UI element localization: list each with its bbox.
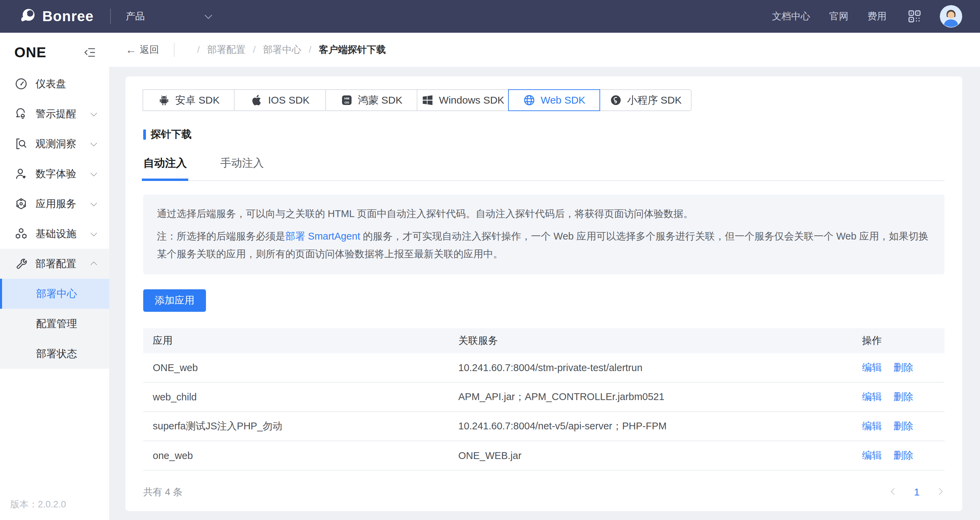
topbar-link[interactable]: 费用: [867, 10, 886, 23]
row-actions: 编辑 删除: [862, 361, 945, 374]
breadcrumb-item: / 部署配置: [189, 43, 245, 56]
sidebar-subitem[interactable]: 配置管理: [0, 309, 109, 339]
row-actions: 编辑 删除: [862, 449, 945, 462]
sdk-tab[interactable]: 安卓 SDK: [143, 89, 235, 111]
breadcrumb-separator: /: [253, 44, 256, 55]
delete-link[interactable]: 删除: [893, 420, 913, 431]
sidebar-item[interactable]: 警示提醒: [0, 99, 109, 129]
prev-page-button[interactable]: [892, 489, 897, 495]
section-header: 探针下载: [143, 127, 945, 141]
breadcrumb-label[interactable]: 部署中心: [263, 43, 301, 56]
service-cell: ONE_WEB.jar: [458, 450, 862, 461]
breadcrumb-bar: ← 返回 / 部署配置 / 部署中心 / 客户端探针下载: [109, 33, 980, 67]
sidebar-item-label: 警示提醒: [35, 107, 84, 121]
app-name-cell: superfa测试JS注入PHP_勿动: [143, 420, 458, 433]
injection-tab-label: 自动注入: [143, 157, 187, 169]
back-label: 返回: [140, 43, 159, 56]
injection-tab-group: 自动注入 手动注入: [143, 156, 945, 181]
apps-grid-icon[interactable]: [907, 9, 922, 24]
sdk-tab[interactable]: IOS SDK: [234, 89, 326, 111]
service-cell: 10.241.60.7:8004/stm-private-test/alertr…: [458, 362, 862, 374]
description-text: 通过选择后端服务，可以向与之关联的 HTML 页面中自动注入探针代码。自动注入探…: [157, 205, 931, 222]
description-box: 通过选择后端服务，可以向与之关联的 HTML 页面中自动注入探针代码。自动注入探…: [143, 195, 945, 274]
back-button[interactable]: ← 返回: [126, 43, 159, 56]
sdk-tab-icon: [250, 94, 263, 107]
delete-link[interactable]: 删除: [893, 391, 913, 402]
app-table: 应用 关联服务 操作 ONE_web 10.241.60.7:8004/stm-…: [143, 328, 945, 471]
edit-link[interactable]: 编辑: [862, 391, 882, 402]
page-number[interactable]: 1: [914, 486, 920, 498]
sidebar-item[interactable]: 基础设施: [0, 219, 109, 249]
sdk-tab-label: 安卓 SDK: [175, 94, 220, 107]
next-page-button[interactable]: [937, 489, 942, 495]
sidebar-item-icon: [14, 227, 28, 241]
sidebar-item-icon: [14, 167, 28, 181]
edit-link[interactable]: 编辑: [862, 450, 882, 461]
sidebar-item-deploy-config[interactable]: 部署配置: [0, 249, 109, 279]
sidebar-subitem-label: 部署中心: [36, 288, 77, 299]
chevron-down-icon: [91, 110, 97, 117]
delete-link[interactable]: 删除: [893, 450, 913, 461]
breadcrumb-label[interactable]: 部署配置: [207, 43, 245, 56]
sdk-tab[interactable]: Web SDK: [508, 89, 600, 111]
sidebar-subitem[interactable]: 部署状态: [0, 339, 109, 369]
sdk-tab-icon: HMOS: [340, 94, 353, 107]
sidebar-item-label: 基础设施: [35, 227, 84, 241]
sidebar-item[interactable]: 应用服务: [0, 189, 109, 219]
sidebar-subitem-label: 配置管理: [36, 318, 77, 329]
sidebar-item-label: 观测洞察: [35, 137, 84, 151]
table-row: web_child APM_API.jar；APM_CONTROLLEr.jar…: [143, 383, 945, 412]
sdk-tab-label: IOS SDK: [268, 94, 310, 106]
breadcrumb: / 部署配置 / 部署中心 / 客户端探针下载: [189, 43, 386, 56]
table-body: ONE_web 10.241.60.7:8004/stm-private-tes…: [143, 354, 945, 471]
sdk-tab[interactable]: HMOS 鸿蒙 SDK: [325, 89, 417, 111]
chevron-down-icon: [91, 200, 97, 206]
delete-link[interactable]: 删除: [893, 362, 913, 373]
menu-fold-icon[interactable]: [83, 46, 96, 59]
section-accent-bar: [143, 130, 146, 140]
topbar-link[interactable]: 官网: [829, 10, 848, 23]
svg-text:OS: OS: [344, 100, 349, 104]
sidebar-item-label: 部署配置: [35, 257, 84, 271]
arrow-left-icon: ←: [126, 44, 137, 55]
edit-link[interactable]: 编辑: [862, 362, 882, 373]
sdk-tab[interactable]: Windows SDK: [417, 89, 509, 111]
sidebar-item[interactable]: 观测洞察: [0, 129, 109, 159]
sidebar-item-icon: [14, 137, 28, 151]
add-app-button[interactable]: 添加应用: [143, 289, 206, 312]
sdk-tab[interactable]: 小程序 SDK: [600, 89, 692, 111]
sdk-tab-icon: [609, 94, 622, 107]
service-cell: APM_API.jar；APM_CONTROLLEr.jarbm0521: [458, 390, 862, 404]
breadcrumb-label[interactable]: 客户端探针下载: [319, 43, 386, 56]
row-actions: 编辑 删除: [862, 420, 945, 433]
wrench-icon: [14, 257, 28, 271]
sidebar-subitem-label: 部署状态: [36, 348, 77, 359]
column-header-service: 关联服务: [458, 334, 862, 347]
sidebar-item-icon: [14, 77, 28, 90]
product-dropdown[interactable]: 产品: [126, 10, 211, 23]
brand-name: Bonree: [42, 8, 94, 25]
avatar[interactable]: [940, 5, 962, 28]
table-row: superfa测试JS注入PHP_勿动 10.241.60.7:8004/net…: [143, 412, 945, 441]
topbar-link[interactable]: 文档中心: [772, 10, 810, 23]
smartagent-link[interactable]: 部署 SmartAgent: [285, 231, 360, 242]
injection-tab[interactable]: 自动注入: [143, 156, 187, 180]
sidebar-item[interactable]: 仪表盘: [0, 69, 109, 99]
sidebar-item-label: 数字体验: [35, 167, 84, 181]
chevron-down-icon: [91, 140, 97, 146]
edit-link[interactable]: 编辑: [862, 420, 882, 431]
table-footer: 共有 4 条 1: [143, 485, 945, 499]
injection-tab[interactable]: 手动注入: [220, 156, 264, 180]
sidebar-item[interactable]: 数字体验: [0, 159, 109, 189]
breadcrumb-item: / 客户端探针下载: [301, 43, 386, 56]
brand[interactable]: Bonree: [18, 6, 94, 26]
column-header-app: 应用: [143, 334, 458, 347]
chevron-down-icon: [91, 170, 97, 176]
sidebar-subitem[interactable]: 部署中心: [0, 279, 109, 309]
table-row: one_web ONE_WEB.jar 编辑 删除: [143, 441, 945, 471]
sdk-tab-icon: [523, 94, 536, 107]
sidebar: ONE 仪表盘 警示提醒 观测洞察 数字体验: [0, 33, 109, 520]
chevron-up-icon: [91, 262, 97, 268]
version-label: 版本：2.0.2.0: [0, 498, 109, 520]
page-content: 安卓 SDK IOS SDK HMOS 鸿蒙 SDK Window: [109, 67, 980, 520]
